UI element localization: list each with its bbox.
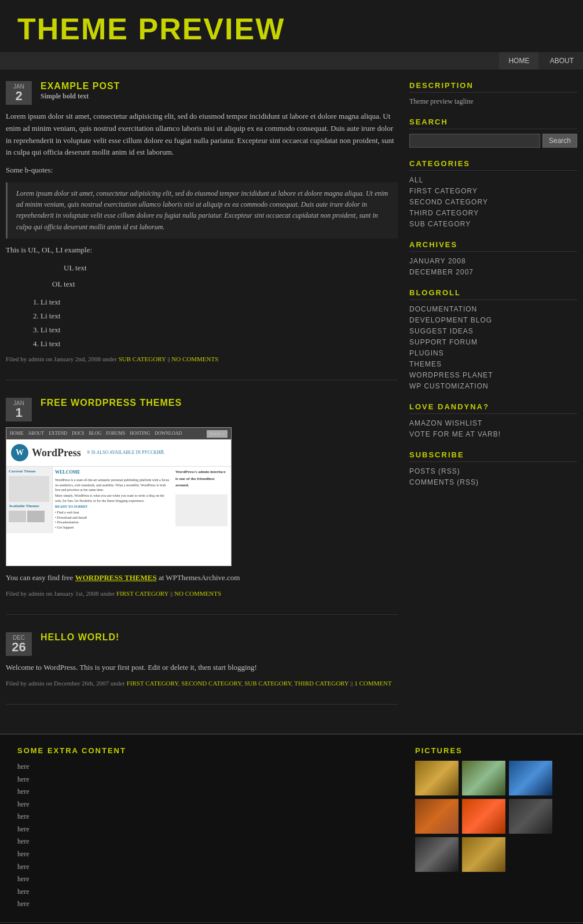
post2-title[interactable]: FREE WORDPRESS THEMES [41,398,182,408]
footer-link-8[interactable]: here [17,848,404,861]
post2-footer: Filed by admin on January 1st, 2008 unde… [6,590,398,597]
date-box-1: JAN 2 [6,81,32,105]
pictures-heading: PICTURES [415,746,566,755]
blogroll-support[interactable]: SUPPORT FORUM [409,338,478,346]
picture-3[interactable] [509,761,552,795]
footer-extra-heading: SOME EXTRA CONTENT [17,746,404,755]
archive-dec2007[interactable]: DECEMBER 2007 [409,268,474,276]
categories-heading: CATEGORIES [409,159,577,171]
site-title: THEME PREVIEW [17,12,566,46]
post3-day: 26 [10,641,27,654]
post3-cat3[interactable]: SUB CATEGORY [244,680,291,687]
footer-link-5[interactable]: here [17,811,404,823]
footer-link-6[interactable]: here [17,823,404,836]
blogroll-wpplanet[interactable]: WORDPRESS PLANET [409,371,493,379]
search-input[interactable] [409,134,540,148]
post1-title[interactable]: EXAMPLE POST [41,81,120,91]
post-wordpress: JAN 1 FREE WORDPRESS THEMES HOMEABOUTEXT… [6,398,398,615]
footer-link-12[interactable]: here [17,898,404,911]
love-varb[interactable]: VOTE FOR ME AT VARB! [409,430,501,438]
post1-list-label: This is UL, OL, LI example: [6,244,398,256]
search-button[interactable]: Search [542,134,577,148]
description-heading: DESCRIPTION [409,81,577,93]
main-content: JAN 2 EXAMPLE POST Simple bold text Lore… [6,81,398,722]
blogroll-heading: BLOGROLL [409,288,577,300]
date-box-3: DEC 26 [6,632,32,656]
footer-link-11[interactable]: here [17,886,404,899]
footer-extra: SOME EXTRA CONTENT here here here here h… [17,746,404,911]
subscribe-posts[interactable]: POSTS (RSS) [409,467,460,475]
cat-first[interactable]: FIRST CATEGORY [409,187,478,195]
blogroll-devblog[interactable]: DEVELOPMENT BLOG [409,316,492,324]
nav-home[interactable]: HOME [499,52,538,69]
nav-about[interactable]: ABOUT [541,52,583,69]
love-heading: LOVE DANDYNA? [409,402,577,414]
footer-link-3[interactable]: here [17,786,404,798]
picture-1[interactable] [415,761,459,795]
footer-link-7[interactable]: here [17,835,404,848]
footer-pictures: PICTURES [415,746,566,911]
footer-link-1[interactable]: here [17,761,404,773]
post1-bquote-label: Some b-quotes: [6,164,398,177]
post2-category-link[interactable]: FIRST CATEGORY [116,590,168,597]
love-amazon[interactable]: AMAZON WISHLIST [409,419,482,427]
post2-comments-link[interactable]: NO COMMENTS [174,590,221,597]
footer-link-2[interactable]: here [17,773,404,786]
description-tagline: Theme preview tagline [409,97,577,106]
post1-intro: Lorem ipsum dolor sit amet, consectetur … [6,111,398,159]
picture-4[interactable] [415,799,459,834]
picture-5[interactable] [462,799,505,834]
post-example: JAN 2 EXAMPLE POST Simple bold text Lore… [6,81,398,380]
search-heading: SEARCH [409,118,577,129]
cat-third[interactable]: THIRD CATEGORY [409,209,479,217]
sidebar: DESCRIPTION Theme preview tagline SEARCH… [409,81,577,722]
subscribe-comments[interactable]: COMMENTS (RSS) [409,478,479,486]
post2-day: 1 [10,406,27,419]
post2-text: You can easy find free WORDPRESS THEMES … [6,572,398,584]
sidebar-subscribe: SUBSCRIBE POSTS (RSS) COMMENTS (RSS) [409,450,577,487]
archive-jan2008[interactable]: JANUARY 2008 [409,257,466,265]
post1-comments-link[interactable]: NO COMMENTS [171,355,218,362]
wordpress-screenshot: HOMEABOUTEXTENDDOCSBLOGFORUMSHOSTINGDOWN… [6,427,398,566]
footer-link-10[interactable]: here [17,873,404,886]
picture-7[interactable] [415,837,459,872]
post1-footer: Filed by admin on January 2nd, 2008 unde… [6,355,398,362]
cat-second[interactable]: SECOND CATEGORY [409,198,488,206]
blogroll-themes[interactable]: THEMES [409,360,442,368]
picture-2[interactable] [462,761,505,795]
post1-blockquote: Lorem ipsum dolor sit amet, consectetur … [6,182,398,239]
cat-all[interactable]: ALL [409,176,423,184]
subscribe-heading: SUBSCRIBE [409,450,577,462]
blogroll-plugins[interactable]: PLUGINS [409,349,444,357]
post1-li1: Li text [41,296,398,309]
post1-ol-label: OL text [52,278,398,291]
post3-cat2[interactable]: SECOND CATEGORY [181,680,241,687]
footer-link-9[interactable]: here [17,861,404,874]
wordpress-themes-link[interactable]: WORDPRESS THEMES [75,573,157,582]
pictures-grid [415,761,566,872]
cat-sub[interactable]: SUB CATEGORY [409,220,471,228]
post3-cat4[interactable]: THIRD CATEGORY [294,680,349,687]
post3-comments-link[interactable]: 1 COMMENT [354,680,391,687]
post3-title[interactable]: HELLO WORLD! [41,632,119,642]
post3-cat1[interactable]: FIRST CATEGORY [127,680,178,687]
blogroll-docs[interactable]: DOCUMENTATION [409,305,477,313]
blogroll-suggest[interactable]: SUGGEST IDEAS [409,327,474,335]
post1-day: 2 [10,90,27,102]
post1-li4: Li text [41,338,398,350]
footer-link-4[interactable]: here [17,798,404,811]
sidebar-search: SEARCH Search [409,118,577,148]
date-box-2: JAN 1 [6,398,32,421]
post1-li2: Li text [41,310,398,322]
sidebar-description: DESCRIPTION Theme preview tagline [409,81,577,106]
post1-li3: Li text [41,324,398,336]
post1-category-link[interactable]: SUB CATEGORY [119,355,166,362]
picture-8[interactable] [462,837,505,872]
post-hello: DEC 26 HELLO WORLD! Welcome to WordPress… [6,632,398,705]
picture-6[interactable] [509,799,552,834]
post1-ul-item: UL text [64,262,398,274]
blogroll-wpcustom[interactable]: WP CUSTOMIZATION [409,382,489,390]
sidebar-categories: CATEGORIES ALL FIRST CATEGORY SECOND CAT… [409,159,577,229]
sidebar-archives: ARCHIVES JANUARY 2008 DECEMBER 2007 [409,240,577,277]
post3-subtitle: Welcome to WordPress. This is your first… [6,662,398,674]
